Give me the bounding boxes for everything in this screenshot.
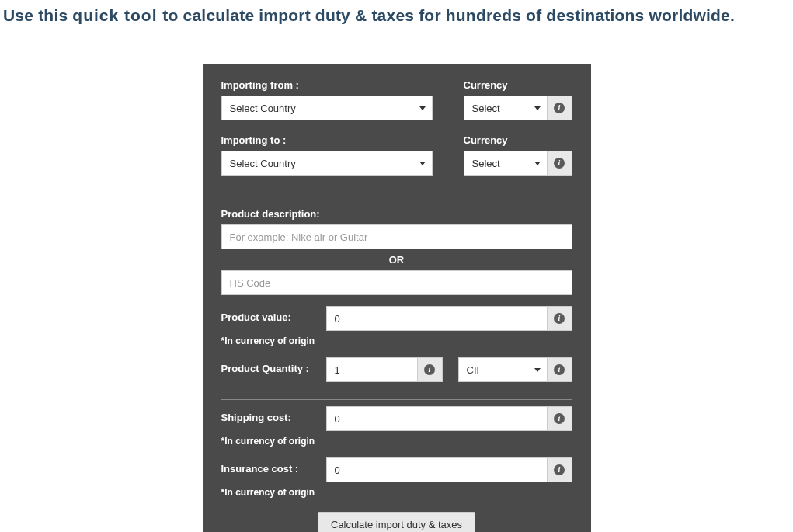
product-qty-input[interactable] xyxy=(326,357,418,382)
label-importing-from: Importing from : xyxy=(221,79,433,91)
product-value-input[interactable] xyxy=(326,306,548,331)
info-icon: i xyxy=(424,364,435,375)
select-importing-from[interactable]: Select Country xyxy=(221,96,433,120)
info-button-product-value[interactable]: i xyxy=(548,306,572,331)
note-product-value: *In currency of origin xyxy=(221,336,572,346)
label-currency-from: Currency xyxy=(464,79,572,91)
col-currency-from: Currency Select i xyxy=(464,79,572,120)
info-icon: i xyxy=(554,464,565,475)
select-value: CIF xyxy=(467,364,483,376)
info-button-currency-to[interactable]: i xyxy=(548,151,572,176)
select-value: Select Country xyxy=(230,103,296,114)
label-shipping: Shipping cost: xyxy=(221,412,311,423)
title-emph: quick tool xyxy=(72,6,162,24)
label-insurance: Insurance cost : xyxy=(221,463,311,475)
select-value: Select Country xyxy=(230,158,296,169)
label-product-description: Product description: xyxy=(221,208,572,220)
page-title: Use this quick tool to calculate import … xyxy=(0,0,793,25)
chevron-down-icon xyxy=(419,106,426,110)
info-icon: i xyxy=(554,413,565,424)
info-button-terms[interactable]: i xyxy=(548,357,572,382)
or-divider: OR xyxy=(221,254,572,266)
note-insurance: *In currency of origin xyxy=(221,487,572,498)
info-button-currency-from[interactable]: i xyxy=(548,96,572,120)
select-value: Select xyxy=(472,103,500,114)
col-currency-to: Currency Select i xyxy=(464,134,572,176)
row-shipping: Shipping cost: i xyxy=(221,406,572,431)
select-value: Select xyxy=(472,158,500,169)
chevron-down-icon xyxy=(534,106,541,110)
select-importing-to[interactable]: Select Country xyxy=(221,151,433,176)
select-currency-from[interactable]: Select xyxy=(464,96,548,120)
label-importing-to: Importing to : xyxy=(221,134,433,146)
chevron-down-icon xyxy=(534,368,541,372)
insurance-cost-input[interactable] xyxy=(326,457,548,482)
row-importing-from: Importing from : Select Country Currency… xyxy=(221,79,572,120)
divider xyxy=(221,399,572,400)
label-product-qty: Product Quantity : xyxy=(221,363,311,374)
label-product-value: Product value: xyxy=(221,311,311,323)
title-pre: Use this xyxy=(3,6,72,24)
info-button-product-qty[interactable]: i xyxy=(418,357,443,382)
select-terms[interactable]: CIF xyxy=(458,357,548,382)
col-importing-to: Importing to : Select Country xyxy=(221,134,433,176)
row-product-value: Product value: i xyxy=(221,306,572,331)
row-product-qty: Product Quantity : i CIF i xyxy=(221,357,572,382)
hs-code-input[interactable] xyxy=(221,270,572,295)
info-button-shipping[interactable]: i xyxy=(548,406,572,431)
info-icon: i xyxy=(554,313,565,324)
col-importing-from: Importing from : Select Country xyxy=(221,79,433,120)
title-post: to calculate import duty & taxes for hun… xyxy=(162,6,735,24)
info-icon: i xyxy=(554,364,565,375)
product-description-input[interactable] xyxy=(221,224,572,249)
info-icon: i xyxy=(554,103,565,113)
row-importing-to: Importing to : Select Country Currency S… xyxy=(221,134,572,176)
info-button-insurance[interactable]: i xyxy=(548,457,572,482)
label-currency-to: Currency xyxy=(464,134,572,146)
shipping-cost-input[interactable] xyxy=(326,406,548,431)
chevron-down-icon xyxy=(419,162,426,165)
note-shipping: *In currency of origin xyxy=(221,436,572,447)
chevron-down-icon xyxy=(534,162,541,165)
calculator-panel: Importing from : Select Country Currency… xyxy=(203,64,591,532)
calculate-button[interactable]: Calculate import duty & taxes xyxy=(318,512,475,532)
select-currency-to[interactable]: Select xyxy=(464,151,548,176)
row-insurance: Insurance cost : i xyxy=(221,457,572,482)
info-icon: i xyxy=(554,158,565,169)
